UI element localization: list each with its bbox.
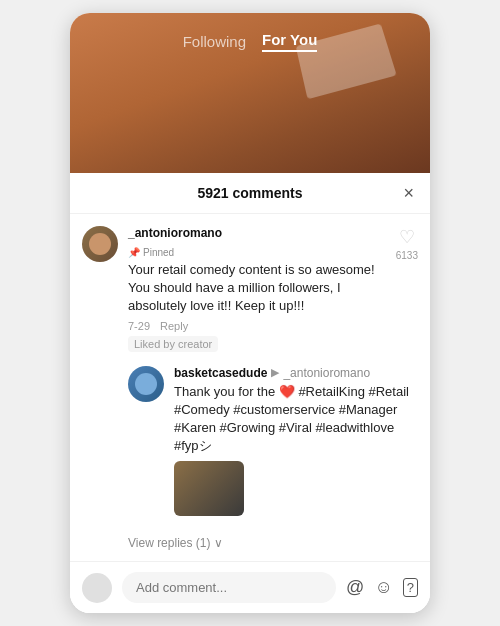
avatar xyxy=(82,226,118,262)
like-count: 6133 xyxy=(396,250,418,261)
reply-thumbnail xyxy=(174,461,244,516)
chevron-down-icon: ∨ xyxy=(214,536,223,550)
pinned-badge: 📌 Pinned xyxy=(128,247,174,258)
reply-text: Thank you for the ❤️ #RetailKing #Retail… xyxy=(174,383,418,456)
nav-following[interactable]: Following xyxy=(183,33,246,50)
comment-input[interactable] xyxy=(122,572,336,603)
nav-for-you[interactable]: For You xyxy=(262,31,317,52)
heart-icon[interactable]: ♡ xyxy=(399,226,415,248)
comment-date: 7-29 xyxy=(128,320,150,332)
comments-title: 5921 comments xyxy=(197,185,302,201)
input-avatar xyxy=(82,573,112,603)
comment-body: _antonioromano 📌 Pinned Your retail come… xyxy=(128,226,386,352)
phone-container: Following For You 5921 comments × _anton… xyxy=(70,13,430,613)
comment-username: _antonioromano xyxy=(128,226,386,240)
reply-comment: basketcasedude ▶ _antonioromano Thank yo… xyxy=(128,366,418,523)
comments-panel: 5921 comments × _antonioromano 📌 Pinned xyxy=(70,173,430,613)
comment-item: _antonioromano 📌 Pinned Your retail come… xyxy=(82,226,418,352)
avatar-face xyxy=(89,233,111,255)
liked-by-creator: Liked by creator xyxy=(128,336,218,352)
reply-avatar-img xyxy=(128,366,164,402)
reply-button[interactable]: Reply xyxy=(160,320,188,332)
avatar-img xyxy=(82,226,118,262)
view-replies[interactable]: View replies (1) ∨ xyxy=(128,536,418,550)
reply-to: _antonioromano xyxy=(283,366,370,380)
nav-bar: Following For You xyxy=(70,31,430,52)
input-icons: @ ☺ ? xyxy=(346,577,418,598)
like-section: ♡ 6133 xyxy=(396,226,418,352)
thumb-inner xyxy=(174,461,244,516)
reply-avatar xyxy=(128,366,164,402)
comment-text: Your retail comedy content is so awesome… xyxy=(128,261,386,316)
comment-meta: 7-29 Reply xyxy=(128,320,386,332)
reply-body: basketcasedude ▶ _antonioromano Thank yo… xyxy=(174,366,418,523)
emoji-icon[interactable]: ☺ xyxy=(374,577,392,598)
pin-icon: 📌 xyxy=(128,247,140,258)
question-icon[interactable]: ? xyxy=(403,578,418,597)
arrow-icon: ▶ xyxy=(271,366,279,379)
view-replies-text: View replies (1) xyxy=(128,536,210,550)
pinned-label: Pinned xyxy=(143,247,174,258)
close-button[interactable]: × xyxy=(403,184,414,202)
reply-avatar-face xyxy=(135,373,157,395)
reply-username: basketcasedude xyxy=(174,366,267,380)
at-icon[interactable]: @ xyxy=(346,577,364,598)
comment-input-bar: @ ☺ ? xyxy=(70,561,430,613)
comments-header: 5921 comments × xyxy=(70,173,430,214)
video-area: Following For You xyxy=(70,13,430,173)
reply-username-row: basketcasedude ▶ _antonioromano xyxy=(174,366,418,380)
comments-list: _antonioromano 📌 Pinned Your retail come… xyxy=(70,214,430,561)
